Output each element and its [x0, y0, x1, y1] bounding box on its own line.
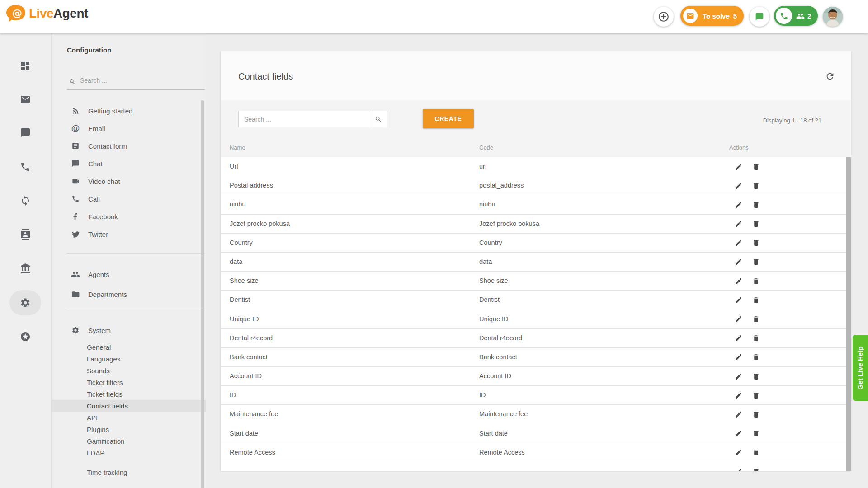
sidebar-item-chat[interactable]: Chat: [52, 157, 206, 170]
table-scrollbar[interactable]: [846, 157, 851, 471]
delete-button[interactable]: [752, 391, 760, 399]
column-header-name: Name: [230, 144, 245, 151]
delete-button[interactable]: [752, 372, 760, 380]
sidebar-item-api[interactable]: API: [52, 412, 206, 424]
delete-button[interactable]: [752, 353, 760, 361]
edit-button[interactable]: [734, 372, 742, 380]
rail-calls-button[interactable]: [14, 156, 36, 178]
sidebar-item-contact-fields[interactable]: Contact fields: [52, 400, 206, 412]
field-code: Maintenance fee: [479, 410, 528, 418]
edit-button[interactable]: [734, 163, 742, 171]
delete-button[interactable]: [752, 220, 760, 228]
delete-button[interactable]: [752, 296, 760, 304]
page-title: Contact fields: [238, 71, 293, 82]
delete-button[interactable]: [752, 201, 760, 209]
field-code: postal_address: [479, 182, 524, 189]
user-avatar[interactable]: [823, 7, 843, 27]
gear-icon: [71, 326, 80, 334]
sidebar-item-languages[interactable]: Languages: [52, 353, 206, 365]
trash-icon: [752, 258, 760, 266]
sidebar-item-ldap[interactable]: LDAP: [52, 447, 206, 459]
contact-fields-section: CREATE Displaying 1 - 18 of 21 Name Code…: [221, 101, 851, 471]
edit-button[interactable]: [734, 239, 742, 247]
edit-button[interactable]: [734, 277, 742, 285]
edit-button[interactable]: [734, 468, 742, 471]
delete-button[interactable]: [752, 239, 760, 247]
sidebar-item-plugins[interactable]: Plugins: [52, 423, 206, 436]
trash-icon: [752, 201, 760, 209]
edit-button[interactable]: [734, 353, 742, 361]
delete-button[interactable]: [752, 410, 760, 418]
chat-bubble-icon: [755, 12, 764, 21]
rail-dashboard-button[interactable]: [14, 55, 36, 77]
delete-button[interactable]: [752, 449, 760, 457]
field-name: niubu: [230, 201, 245, 208]
calls-badge[interactable]: 2: [774, 6, 818, 26]
delete-button[interactable]: [752, 468, 760, 471]
get-live-help-tab[interactable]: Get Live Help: [853, 335, 868, 401]
delete-button[interactable]: [752, 315, 760, 324]
delete-button[interactable]: [752, 182, 760, 190]
to-solve-badge[interactable]: To solve 5: [680, 6, 744, 26]
sidebar-item-sounds[interactable]: Sounds: [52, 365, 206, 377]
folder-icon: [71, 290, 80, 299]
sidebar-item-system[interactable]: System: [52, 324, 206, 337]
sidebar-item-getting-started[interactable]: Getting started: [52, 104, 206, 117]
pencil-icon: [735, 430, 742, 437]
sidebar-divider: [67, 310, 205, 310]
edit-button[interactable]: [734, 182, 742, 190]
edit-button[interactable]: [734, 410, 742, 418]
field-name: ID: [230, 391, 236, 399]
sidebar-item-facebook[interactable]: Facebook: [52, 210, 206, 223]
rail-gamification-button[interactable]: [14, 326, 36, 347]
sidebar-scrollbar[interactable]: [201, 100, 204, 488]
sidebar-item-time-tracking[interactable]: Time tracking: [52, 466, 206, 479]
sidebar-search-input[interactable]: [80, 74, 202, 87]
sidebar-item-contact-form[interactable]: Contact form: [52, 139, 206, 153]
field-code: Dental r4ecord: [479, 334, 522, 342]
delete-button[interactable]: [752, 277, 760, 285]
sidebar-item-general[interactable]: General: [52, 341, 206, 353]
rail-automation-button[interactable]: [14, 190, 36, 211]
edit-button[interactable]: [734, 201, 742, 209]
edit-button[interactable]: [734, 315, 742, 324]
sidebar-item-agents[interactable]: Agents: [52, 267, 206, 281]
create-button[interactable]: CREATE: [423, 109, 474, 128]
rail-tickets-button[interactable]: [14, 89, 36, 110]
rail-company-button[interactable]: [14, 258, 36, 279]
chats-button[interactable]: [750, 7, 769, 27]
delete-button[interactable]: [752, 258, 760, 266]
sidebar-item-departments[interactable]: Departments: [52, 287, 206, 301]
add-new-button[interactable]: [654, 7, 674, 27]
videocam-icon: [71, 177, 80, 186]
sidebar-item-video-chat[interactable]: Video chat: [52, 174, 206, 188]
delete-button[interactable]: [752, 163, 760, 171]
sidebar-item-call[interactable]: Call: [52, 192, 206, 206]
delete-button[interactable]: [752, 430, 760, 438]
people-icon: [71, 270, 80, 279]
sidebar-item-email[interactable]: @ Email: [52, 122, 206, 135]
edit-button[interactable]: [734, 449, 742, 457]
trash-icon: [752, 353, 760, 361]
field-code: url: [479, 163, 486, 170]
edit-button[interactable]: [734, 258, 742, 266]
rail-contacts-button[interactable]: [14, 224, 36, 245]
edit-button[interactable]: [734, 334, 742, 343]
edit-button[interactable]: [734, 430, 742, 438]
sidebar-item-gamification[interactable]: Gamification: [52, 435, 206, 447]
rail-chats-button[interactable]: [14, 122, 36, 144]
sidebar-item-ticket-fields[interactable]: Ticket fields: [52, 388, 206, 400]
edit-button[interactable]: [734, 391, 742, 399]
table-search-button[interactable]: [369, 111, 387, 127]
table-search-input[interactable]: [239, 111, 369, 127]
sidebar-item-ticket-filters[interactable]: Ticket filters: [52, 376, 206, 389]
field-code: Jozef procko pokusa: [479, 220, 539, 227]
edit-button[interactable]: [734, 296, 742, 304]
pencil-icon: [735, 239, 742, 247]
delete-button[interactable]: [752, 334, 760, 343]
refresh-button[interactable]: [824, 70, 836, 83]
table-row: Unique ID Unique ID: [221, 310, 846, 329]
sidebar-item-twitter[interactable]: Twitter: [52, 227, 206, 241]
rail-settings-button[interactable]: [14, 292, 36, 314]
edit-button[interactable]: [734, 220, 742, 228]
